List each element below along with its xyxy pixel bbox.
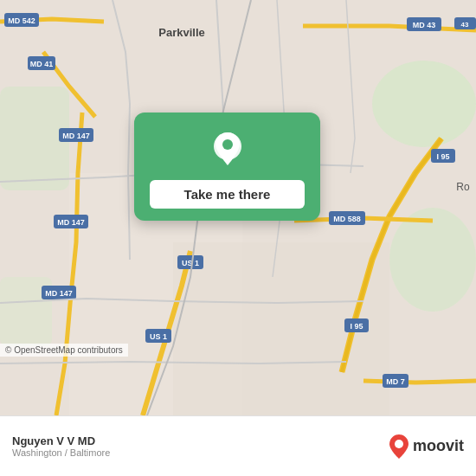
moovit-logo-icon: [385, 433, 413, 460]
svg-text:MD 542: MD 542: [8, 16, 35, 25]
svg-text:Parkville: Parkville: [158, 26, 205, 39]
svg-point-36: [222, 139, 233, 150]
location-pin-icon: [207, 128, 248, 170]
place-subtitle: Washington / Baltimore: [12, 447, 110, 458]
moovit-logo: moovit: [385, 433, 464, 460]
place-title: Nguyen V V MD: [12, 434, 110, 447]
svg-text:I 95: I 95: [436, 152, 449, 161]
svg-point-1: [372, 61, 476, 147]
svg-point-37: [395, 440, 403, 448]
svg-text:US 1: US 1: [182, 259, 199, 267]
take-me-there-button[interactable]: Take me there: [150, 180, 305, 209]
svg-text:MD 147: MD 147: [57, 218, 85, 227]
moovit-logo-text: moovit: [413, 437, 464, 455]
attribution-bar: © OpenStreetMap contributors: [0, 344, 128, 357]
attribution-text: © OpenStreetMap contributors: [5, 345, 123, 355]
svg-text:MD 588: MD 588: [333, 215, 361, 223]
location-card: Take me there: [134, 113, 320, 221]
map-container: I 95 I 95 US 1 US 1 MD 43 43 MD 147 MD 1…: [0, 0, 476, 415]
svg-text:US 1: US 1: [150, 332, 167, 341]
svg-text:MD 7: MD 7: [386, 377, 405, 386]
svg-point-2: [389, 208, 476, 312]
svg-text:MD 147: MD 147: [45, 289, 73, 298]
svg-text:MD 41: MD 41: [30, 60, 54, 68]
bottom-bar: Nguyen V V MD Washington / Baltimore moo…: [0, 415, 476, 476]
svg-text:I 95: I 95: [350, 322, 363, 331]
svg-text:MD 43: MD 43: [413, 21, 436, 29]
svg-text:43: 43: [461, 21, 469, 29]
bottom-text: Nguyen V V MD Washington / Baltimore: [12, 434, 110, 458]
svg-text:Ro: Ro: [456, 181, 470, 193]
svg-text:MD 147: MD 147: [62, 132, 90, 140]
